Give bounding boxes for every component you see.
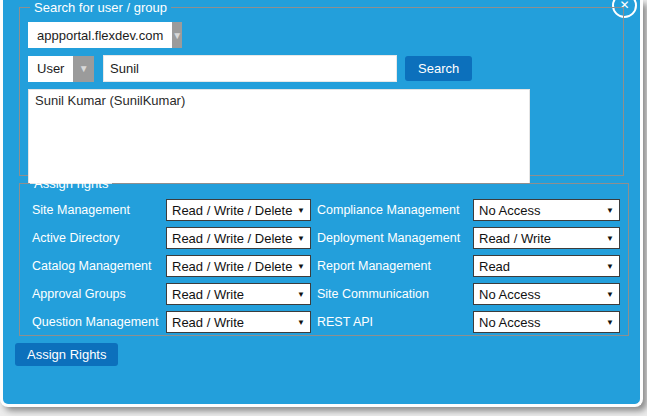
assign-rights-button[interactable]: Assign Rights xyxy=(15,343,118,366)
select-deployment-management-value: Read / Write xyxy=(479,231,551,246)
chevron-down-icon: ▼ xyxy=(297,290,305,299)
select-compliance-management[interactable]: No Access ▼ xyxy=(473,199,620,221)
assign-rights-dialog: ✕ Search for user / group appportal.flex… xyxy=(0,0,643,407)
search-button[interactable]: Search xyxy=(405,56,472,81)
domain-select[interactable]: appportal.flexdev.com ▼ xyxy=(28,22,174,48)
label-rest-api: REST API xyxy=(317,315,467,329)
select-catalog-management-value: Read / Write / Delete xyxy=(172,259,292,274)
domain-row: appportal.flexdev.com ▼ xyxy=(28,22,615,48)
label-site-management: Site Management xyxy=(32,203,160,217)
domain-select-dropdown-button[interactable]: ▼ xyxy=(172,22,182,48)
chevron-down-icon: ▼ xyxy=(297,234,305,243)
chevron-down-icon: ▼ xyxy=(606,262,614,271)
select-question-management[interactable]: Read / Write ▼ xyxy=(166,311,311,333)
search-section-legend: Search for user / group xyxy=(30,0,171,15)
select-compliance-management-value: No Access xyxy=(479,203,540,218)
rights-grid: Site Management Read / Write / Delete ▼ … xyxy=(32,199,620,333)
domain-select-value: appportal.flexdev.com xyxy=(28,22,172,48)
search-input[interactable] xyxy=(103,55,397,82)
label-active-directory: Active Directory xyxy=(32,231,160,245)
chevron-down-icon: ▼ xyxy=(297,318,305,327)
chevron-down-icon: ▼ xyxy=(606,234,614,243)
search-results-list[interactable]: Sunil Kumar (SunilKumar) xyxy=(28,89,530,184)
select-site-management-value: Read / Write / Delete xyxy=(172,203,292,218)
label-report-management: Report Management xyxy=(317,259,467,273)
select-approval-groups-value: Read / Write xyxy=(172,287,244,302)
search-type-dropdown-button[interactable]: ▼ xyxy=(73,56,94,82)
list-item[interactable]: Sunil Kumar (SunilKumar) xyxy=(29,90,529,111)
select-active-directory[interactable]: Read / Write / Delete ▼ xyxy=(166,227,311,249)
select-active-directory-value: Read / Write / Delete xyxy=(172,231,292,246)
chevron-down-icon: ▼ xyxy=(297,206,305,215)
rights-section: Assign rights Site Management Read / Wri… xyxy=(19,176,629,336)
label-compliance-management: Compliance Management xyxy=(317,203,467,217)
chevron-down-icon: ▼ xyxy=(606,290,614,299)
select-catalog-management[interactable]: Read / Write / Delete ▼ xyxy=(166,255,311,277)
label-approval-groups: Approval Groups xyxy=(32,287,160,301)
select-question-management-value: Read / Write xyxy=(172,315,244,330)
search-row: User ▼ Search xyxy=(28,55,615,82)
chevron-down-icon: ▼ xyxy=(297,262,305,271)
search-section: Search for user / group appportal.flexde… xyxy=(19,0,624,176)
select-deployment-management[interactable]: Read / Write ▼ xyxy=(473,227,620,249)
label-catalog-management: Catalog Management xyxy=(32,259,160,273)
label-question-management: Question Management xyxy=(32,315,160,329)
rights-section-legend: Assign rights xyxy=(30,176,112,191)
select-report-management-value: Read xyxy=(479,259,510,274)
search-type-select-value: User xyxy=(28,56,73,82)
select-site-management[interactable]: Read / Write / Delete ▼ xyxy=(166,199,311,221)
select-site-communication[interactable]: No Access ▼ xyxy=(473,283,620,305)
chevron-down-icon: ▼ xyxy=(172,30,182,41)
chevron-down-icon: ▼ xyxy=(606,206,614,215)
chevron-down-icon: ▼ xyxy=(79,63,89,74)
chevron-down-icon: ▼ xyxy=(606,318,614,327)
label-site-communication: Site Communication xyxy=(317,287,467,301)
label-deployment-management: Deployment Management xyxy=(317,231,467,245)
select-report-management[interactable]: Read ▼ xyxy=(473,255,620,277)
search-type-select[interactable]: User ▼ xyxy=(28,56,94,82)
select-site-communication-value: No Access xyxy=(479,287,540,302)
select-rest-api[interactable]: No Access ▼ xyxy=(473,311,620,333)
select-rest-api-value: No Access xyxy=(479,315,540,330)
select-approval-groups[interactable]: Read / Write ▼ xyxy=(166,283,311,305)
